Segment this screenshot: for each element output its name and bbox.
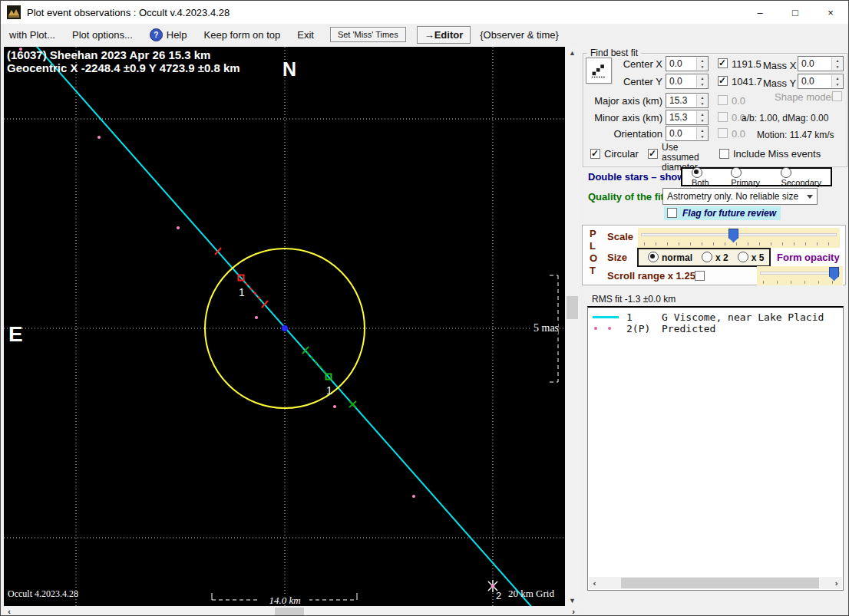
scroll-up-icon[interactable]: ▲ <box>566 47 579 58</box>
scroll-left-icon[interactable]: ‹ <box>4 607 15 616</box>
shape-model-checkbox <box>832 91 842 101</box>
size-x2[interactable]: x 2 <box>702 252 728 263</box>
scroll-left-icon[interactable]: ‹ <box>589 577 600 589</box>
spin-up-icon[interactable]: ▲ <box>696 75 708 81</box>
close-icon[interactable]: × <box>813 1 848 24</box>
vertical-scroll-thumb[interactable] <box>567 296 578 319</box>
radio-both[interactable]: Both <box>692 167 720 187</box>
spin-up-icon[interactable]: ▲ <box>696 58 708 64</box>
include-miss-checkbox[interactable] <box>719 149 729 159</box>
orientation-spinner[interactable]: 0.0 ▲▼ <box>666 126 709 141</box>
form-opacity-label: Form opacity <box>777 252 840 263</box>
shape-model-label: Shape model <box>775 91 834 103</box>
radio-both-icon <box>692 167 702 178</box>
quality-dropdown[interactable]: Astrometry only. No reliable size <box>662 188 818 205</box>
major-axis-spinner[interactable]: 15.3 ▲▼ <box>666 93 709 108</box>
menu-help-label: Help <box>167 29 187 41</box>
observation-number: 1 <box>626 311 633 323</box>
horizontal-scroll-thumb[interactable] <box>275 608 304 616</box>
radio-secondary-icon <box>781 167 791 178</box>
radio-secondary[interactable]: Secondary <box>781 167 831 187</box>
maximize-icon[interactable]: □ <box>778 1 813 24</box>
scale-slider-thumb[interactable] <box>728 229 738 242</box>
pink-dot-swatch <box>608 327 611 330</box>
plot-letter-l: L <box>590 240 596 252</box>
fit-y-checkbox[interactable] <box>718 76 728 86</box>
legend-scroll-thumb[interactable] <box>621 578 819 588</box>
minimize-icon[interactable]: – <box>742 1 778 24</box>
observer-time-label: {Observer & time} <box>480 29 559 41</box>
scale-slider-track <box>641 233 837 236</box>
form-opacity-slider[interactable] <box>757 266 843 285</box>
radio-primary[interactable]: Primary <box>731 167 770 187</box>
spin-up-icon[interactable]: ▲ <box>831 75 843 81</box>
major-axis-label: Major axis (km) <box>586 95 662 107</box>
center-x-spinner[interactable]: 0.0 ▲▼ <box>666 56 709 71</box>
size-x5[interactable]: x 5 <box>738 252 765 263</box>
spin-down-icon[interactable]: ▼ <box>696 81 708 87</box>
center-x-label: Center X <box>615 58 662 70</box>
spin-down-icon[interactable]: ▼ <box>696 64 708 70</box>
scroll-down-icon[interactable]: ▼ <box>566 595 579 606</box>
legend-horizontal-scrollbar[interactable]: ‹ › <box>589 577 842 589</box>
opacity-slider-thumb[interactable] <box>829 267 839 281</box>
fit-orientation-checkbox <box>718 128 728 138</box>
observation-name: Predicted <box>662 323 715 334</box>
spin-down-icon[interactable]: ▼ <box>831 64 843 70</box>
size-normal[interactable]: normal <box>648 252 692 263</box>
chord1-label: 1 <box>239 286 245 298</box>
spin-up-icon[interactable]: ▲ <box>696 94 708 100</box>
minor-axis-spinner[interactable]: 15.3 ▲▼ <box>666 110 709 125</box>
center-y-label: Center Y <box>615 76 662 87</box>
mass-y-spinner[interactable]: 0.0 ▲▼ <box>798 74 844 89</box>
plot-vertical-scrollbar[interactable]: ▲ ▼ <box>566 47 579 606</box>
set-miss-times-button[interactable]: Set 'Miss' Times <box>330 27 406 42</box>
menu-help[interactable]: ? Help <box>141 25 196 44</box>
spin-down-icon[interactable]: ▼ <box>696 100 708 107</box>
title-bar: Plot event observations : Occult v.4.202… <box>1 1 848 24</box>
fit-x-value: 1191.5 <box>732 58 761 70</box>
orientation-label: Orientation <box>586 128 662 140</box>
mass-x-label: Mass X <box>763 60 796 71</box>
menu-exit[interactable]: Exit <box>289 26 322 44</box>
spin-up-icon[interactable]: ▲ <box>696 127 708 133</box>
find-best-fit-button[interactable] <box>586 58 612 84</box>
scroll-range-checkbox[interactable] <box>695 271 705 281</box>
help-icon: ? <box>150 28 163 41</box>
plot-horizontal-scrollbar[interactable]: ‹ › <box>4 607 579 616</box>
plot-canvas[interactable]: 2 1 1 (16037) Sheehan 2 <box>4 47 565 606</box>
fit-x-checkbox[interactable] <box>718 58 728 68</box>
scale-label: Scale <box>607 231 633 242</box>
flag-review-checkbox[interactable] <box>667 208 677 218</box>
east-label: E <box>8 322 23 346</box>
center-y-spinner[interactable]: 0.0 ▲▼ <box>666 74 709 89</box>
opacity-slider-track <box>760 272 840 275</box>
scale-slider[interactable] <box>638 228 840 248</box>
observation-number: 2(P) <box>626 323 650 334</box>
menu-keep-on-top[interactable]: Keep form on top <box>196 26 289 44</box>
menu-plot-options[interactable]: Plot options... <box>64 26 141 44</box>
size-label: Size <box>607 252 627 263</box>
motion-label: Motion: 11.47 km/s <box>757 130 834 140</box>
spin-up-icon[interactable]: ▲ <box>831 58 843 64</box>
circular-checkbox[interactable] <box>590 149 600 159</box>
double-stars-radio-group: Both Primary Secondary <box>681 167 832 186</box>
scroll-right-icon[interactable]: › <box>831 577 842 589</box>
mass-x-spinner[interactable]: 0.0 ▲▼ <box>798 56 844 71</box>
fit-major-checkbox <box>718 95 728 105</box>
scroll-right-icon[interactable]: › <box>568 607 579 616</box>
grid-scale-label: 20 km Grid <box>508 588 554 599</box>
spin-down-icon[interactable]: ▼ <box>696 117 708 124</box>
observations-list[interactable]: 1 G Viscome, near Lake Placid 2(P) Predi… <box>587 306 844 591</box>
right-panel: Find best fit Center X 0.0 ▲▼ 1191.5 Mas… <box>579 47 849 616</box>
plot-letter-o: O <box>590 252 597 264</box>
spin-down-icon[interactable]: ▼ <box>696 133 708 140</box>
find-best-fit-label: Find best fit <box>587 48 641 58</box>
spin-up-icon[interactable]: ▲ <box>696 111 708 117</box>
plot-letter-t: T <box>590 265 596 276</box>
spin-down-icon[interactable]: ▼ <box>831 81 843 87</box>
circular-label: Circular <box>604 148 639 160</box>
editor-button[interactable]: →Editor <box>417 26 471 44</box>
use-assumed-checkbox[interactable] <box>648 149 658 159</box>
menu-with-plot[interactable]: with Plot... <box>1 26 64 44</box>
